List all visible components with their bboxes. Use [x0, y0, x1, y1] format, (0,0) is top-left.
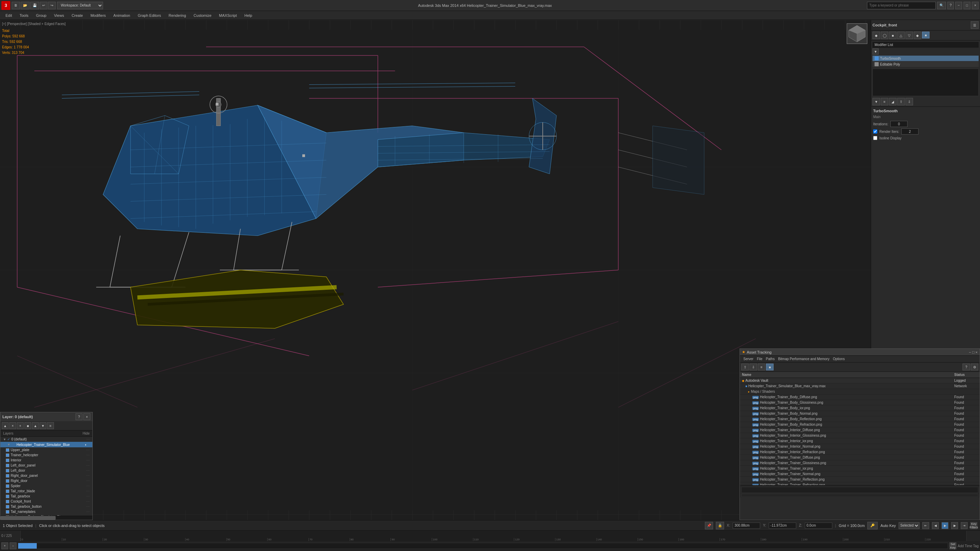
redo-button[interactable]: ↪	[48, 2, 56, 9]
go-start-button[interactable]: ⇤	[922, 522, 929, 529]
table-row[interactable]: pngHelicopter_Trainer_Body_Glossiness.pn…	[740, 400, 980, 405]
render-iters-input[interactable]	[901, 129, 918, 135]
key-lock-button[interactable]: 🔑	[867, 522, 878, 529]
modifier-turbsmooth[interactable]: TurboSmooth	[872, 56, 978, 61]
rp-btn4[interactable]: △	[897, 32, 905, 39]
funnel-button[interactable]: ◢	[889, 98, 897, 105]
set-key-button[interactable]: Set Key	[950, 542, 956, 549]
table-row[interactable]: pngHelicopter_Trainer_Body_Refraction.pn…	[740, 422, 980, 427]
menu-item-create[interactable]: Create	[68, 13, 86, 18]
maximize-button[interactable]: □	[964, 2, 970, 9]
rp-btn5[interactable]: ▽	[905, 32, 913, 39]
asset-tool-1[interactable]: ⇧	[741, 364, 749, 370]
del-key-button[interactable]: −	[10, 542, 16, 549]
layer-scrollbar[interactable]	[0, 516, 92, 520]
panel-options-button[interactable]: ☰	[971, 21, 978, 29]
search-button[interactable]: 🔍	[937, 2, 946, 9]
timeline-scrubber[interactable]	[18, 543, 948, 549]
table-row[interactable]: pngHelicopter_Trainer_Body_ior.png Found	[740, 405, 980, 411]
menu-item-edit[interactable]: Edit	[2, 13, 16, 18]
menu-item-help[interactable]: Help	[241, 13, 256, 18]
layer-item[interactable]: Spider ⋯	[0, 483, 92, 489]
layer-btn1[interactable]: ▲	[2, 422, 9, 429]
x-coord-input[interactable]	[733, 522, 760, 529]
menu-item-maxscript[interactable]: MAXScript	[216, 13, 240, 18]
save-button[interactable]: 💾	[30, 2, 39, 9]
layer-help-button[interactable]: ?	[76, 413, 83, 420]
undo-button[interactable]: ↩	[40, 2, 48, 9]
key-filters-button[interactable]: Key Filters	[970, 522, 977, 529]
help-button[interactable]: ?	[947, 2, 954, 9]
y-coord-input[interactable]	[769, 522, 796, 529]
layer-btn2[interactable]: ×	[9, 422, 16, 429]
menu-item-customize[interactable]: Customize	[190, 13, 215, 18]
layer-item[interactable]: Cockpit_front ⋯	[0, 499, 92, 504]
layer-item[interactable]: Tail_rotor_blade ⋯	[0, 489, 92, 494]
pin-button[interactable]: 📌	[705, 522, 713, 529]
table-row[interactable]: pngHelicopter_Trainer_Body_Normal.png Fo…	[740, 411, 980, 416]
modifier-options-button[interactable]: ▼	[872, 48, 879, 55]
render-iters-checkbox[interactable]	[873, 129, 877, 133]
layer-item[interactable]: Left_door ⋯	[0, 468, 92, 473]
asset-tool-settings[interactable]: ⚙	[971, 364, 978, 370]
asset-menu-options[interactable]: Options	[832, 357, 846, 361]
table-row[interactable]: pngHelicopter_Trainer_Trainer_ior.png Fo…	[740, 466, 980, 472]
selected-dropdown[interactable]: Selected	[899, 522, 920, 529]
go-end-button[interactable]: ⇥	[961, 522, 967, 529]
add-key-button[interactable]: +	[2, 542, 8, 549]
table-row[interactable]: pngHelicopter_Trainer_Trainer_Normal.png…	[740, 472, 980, 477]
prev-frame-button[interactable]: ◀	[932, 522, 939, 529]
asset-menu-paths[interactable]: Paths	[765, 357, 776, 361]
layer-item[interactable]: Upper_plate ⋯	[0, 447, 92, 453]
cube-navigator[interactable]	[847, 23, 867, 44]
next-frame-button[interactable]: ▶	[951, 522, 958, 529]
isoline-checkbox[interactable]	[873, 136, 877, 140]
iterations-input[interactable]	[890, 121, 907, 127]
asset-menu-file[interactable]: File	[755, 357, 764, 361]
asset-menu-bitmap[interactable]: Bitmap Performance and Memory	[776, 357, 831, 361]
layer-item[interactable]: Tail_gearbox_button ⋯	[0, 504, 92, 509]
lock-button[interactable]: 🔒	[716, 522, 724, 529]
table-row[interactable]: pngHelicopter_Trainer_Trainer_Glossiness…	[740, 460, 980, 466]
layer-item-helicopter[interactable]: ▼ Helicopter_Trainer_Simulator_Blue ▪ ⋯	[0, 442, 92, 447]
asset-minimize-button[interactable]: −	[969, 350, 971, 354]
layer-item[interactable]: Right_door_panel ⋯	[0, 473, 92, 478]
rp-btn2[interactable]: ◯	[881, 32, 888, 39]
minimize-button[interactable]: −	[955, 2, 962, 9]
menu-item-rendering[interactable]: Rendering	[165, 13, 189, 18]
table-row[interactable]: ▸Maps / Shaders	[740, 389, 980, 394]
asset-table-scroll[interactable]: Name Status ◆Autodesk Vault Logged ■Heli…	[740, 372, 980, 485]
move-up-button[interactable]: ⇧	[897, 98, 905, 105]
layer-btn7[interactable]: ≡	[47, 422, 54, 429]
rp-btn3[interactable]: ■	[889, 32, 897, 39]
table-row[interactable]: ◆Autodesk Vault Logged	[740, 378, 980, 383]
timeline-ruler[interactable]: 0 / 225 0 10 20 30 40 50 60 70 80 90 100…	[0, 531, 980, 541]
layer-scrollbar-thumb[interactable]	[0, 516, 56, 520]
open-button[interactable]: 📂	[21, 2, 30, 9]
menu-item-animation[interactable]: Animation	[110, 13, 134, 18]
table-row[interactable]: pngHelicopter_Trainer_Interior_Refractio…	[740, 449, 980, 455]
asset-restore-button[interactable]: □	[972, 350, 975, 354]
modifier-editpoly[interactable]: Editable Poly	[872, 62, 978, 67]
layer-btn5[interactable]: ▲	[32, 422, 39, 429]
move-down-button[interactable]: ⇩	[905, 98, 913, 105]
layer-btn6[interactable]: ▼	[40, 422, 46, 429]
table-row[interactable]: pngHelicopter_Trainer_Interior_Normal.pn…	[740, 444, 980, 449]
search-input[interactable]	[867, 2, 936, 9]
layer-item[interactable]: Helicopter_Trainer_Simulator_Blue ⋯	[0, 514, 92, 516]
asset-close-button[interactable]: ×	[975, 350, 978, 354]
asset-tool-3[interactable]: ≡	[758, 364, 765, 370]
menu-item-tools[interactable]: Tools	[16, 13, 32, 18]
layer-item[interactable]: Right_door ⋯	[0, 478, 92, 483]
layer-item[interactable]: ▼ ✓ 0 (default) ⋯	[0, 437, 92, 442]
layer-item[interactable]: Trainer_helicopter ⋯	[0, 453, 92, 457]
table-row[interactable]: pngHelicopter_Trainer_Interior_ior.png F…	[740, 438, 980, 444]
table-row[interactable]: ■Helicopter_Trainer_Simulator_Blue_max_v…	[740, 383, 980, 389]
asset-tool-4[interactable]: ■	[766, 364, 773, 370]
table-row[interactable]: pngHelicopter_Trainer_Trainer_Reflection…	[740, 477, 980, 482]
rp-btn1[interactable]: ◆	[872, 32, 880, 39]
asset-menu-server[interactable]: Server	[742, 357, 755, 361]
new-button[interactable]: 🗎	[12, 2, 20, 9]
workspace-dropdown[interactable]: Workspace: Default	[57, 2, 103, 9]
menu-item-group[interactable]: Group	[33, 13, 50, 18]
